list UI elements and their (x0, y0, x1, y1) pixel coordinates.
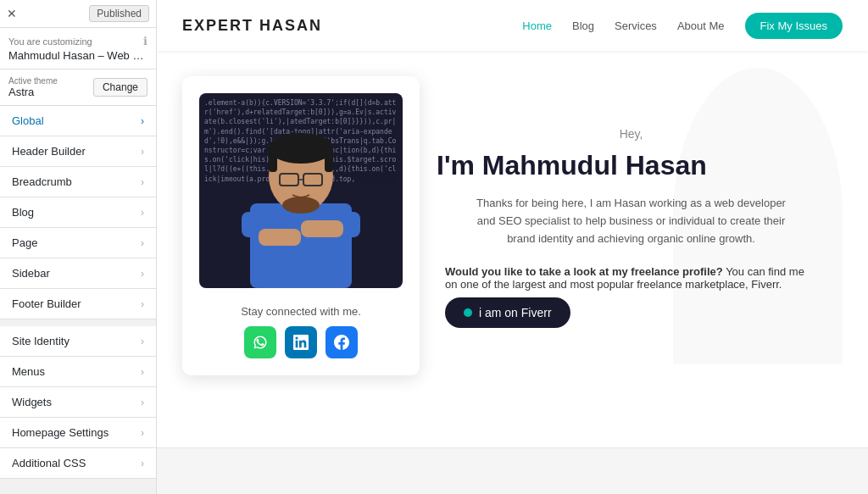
change-theme-button[interactable]: Change (93, 78, 147, 97)
nav-link-blog[interactable]: Blog (572, 19, 594, 32)
linkedin-icon[interactable] (285, 326, 317, 358)
menu-item-blog[interactable]: Blog › (0, 197, 156, 228)
nav-link-about[interactable]: About Me (677, 19, 725, 32)
hero-text: Hey, I'm Mahmudul Hasan Thanks for being… (437, 76, 826, 328)
menu-item-page[interactable]: Page › (0, 228, 156, 258)
menu-group-1: Global › Header Builder › Breadcrumb › B… (0, 106, 156, 319)
fiverr-button[interactable]: i am on Fiverr (445, 297, 570, 328)
chevron-right-icon: › (141, 397, 144, 408)
menu-item-homepage-settings[interactable]: Homepage Settings › (0, 418, 156, 448)
social-icons (244, 326, 358, 358)
menu-divider (0, 319, 156, 326)
svg-rect-4 (301, 220, 343, 237)
nav-link-home[interactable]: Home (522, 19, 552, 32)
menu-item-menus[interactable]: Menus › (0, 357, 156, 387)
chevron-right-icon: › (141, 176, 144, 188)
hero-section: .element-a(b)){c.VERSION='3.3.7';if(d[](… (157, 51, 868, 449)
svg-point-7 (269, 133, 333, 164)
menu-group-2: Site Identity › Menus › Widgets › Homepa… (0, 326, 156, 479)
menu-item-footer-builder[interactable]: Footer Builder › (0, 289, 156, 319)
hey-label: Hey, (437, 127, 826, 141)
site-logo: Expert Hasan (182, 17, 322, 35)
menu-item-additional-css[interactable]: Additional CSS › (0, 448, 156, 479)
close-icon[interactable]: ✕ (7, 7, 17, 20)
chevron-right-icon: › (141, 336, 144, 347)
theme-info: Active theme Astra (8, 76, 58, 98)
site-navigation: Expert Hasan Home Blog Services About Me… (157, 0, 868, 51)
bottom-section (157, 447, 868, 494)
code-background: .element-a(b)){c.VERSION='3.3.7';if(d[](… (199, 93, 403, 288)
website-preview: Expert Hasan Home Blog Services About Me… (157, 0, 868, 494)
menu-item-global[interactable]: Global › (0, 106, 156, 136)
chevron-right-icon: › (141, 146, 144, 158)
info-icon[interactable]: ℹ (143, 35, 147, 47)
hero-text-inner: Hey, I'm Mahmudul Hasan Thanks for being… (437, 127, 826, 328)
chevron-right-icon: › (141, 268, 144, 280)
chevron-right-icon: › (141, 458, 144, 469)
customizing-name: Mahmudul Hasan – Web devel… (8, 49, 147, 62)
person-illustration (233, 119, 369, 288)
nav-links: Home Blog Services About Me Fix My Issue… (522, 13, 843, 39)
facebook-icon[interactable] (326, 326, 358, 358)
theme-label: Active theme (8, 76, 58, 86)
svg-point-13 (282, 197, 320, 214)
customizer-panel: ✕ Published You are customizing ℹ Mahmud… (0, 0, 157, 494)
fiverr-dot (464, 308, 472, 317)
menu-item-breadcrumb[interactable]: Breadcrumb › (0, 167, 156, 197)
fiverr-section: Would you like to take a look at my free… (437, 265, 826, 328)
fix-issues-button[interactable]: Fix My Issues (745, 13, 843, 39)
svg-rect-8 (269, 148, 277, 172)
panel-top-bar: ✕ Published (0, 0, 156, 28)
hero-name: I'm Mahmudul Hasan (437, 149, 826, 181)
chevron-right-icon: › (141, 298, 144, 310)
nav-link-services[interactable]: Services (615, 19, 657, 32)
customizing-section: You are customizing ℹ Mahmudul Hasan – W… (0, 28, 156, 69)
profile-card: .element-a(b)){c.VERSION='3.3.7';if(d[](… (182, 76, 420, 375)
theme-name: Astra (8, 86, 58, 98)
published-badge: Published (89, 5, 149, 22)
fiverr-question: Would you like to take a look at my free… (445, 265, 817, 291)
chevron-right-icon: › (141, 427, 144, 439)
chevron-right-icon: › (141, 207, 144, 219)
chevron-right-icon: › (141, 237, 144, 249)
active-theme-section: Active theme Astra Change (0, 69, 156, 106)
svg-rect-9 (325, 148, 333, 172)
menu-item-header-builder[interactable]: Header Builder › (0, 136, 156, 167)
hero-description: Thanks for being here, I am Hasan workin… (470, 195, 793, 247)
chevron-right-icon: › (141, 366, 144, 378)
customizing-label: You are customizing ℹ (8, 35, 147, 47)
menu-item-widgets[interactable]: Widgets › (0, 387, 156, 418)
menu-item-sidebar[interactable]: Sidebar › (0, 258, 156, 289)
menu-item-site-identity[interactable]: Site Identity › (0, 326, 156, 357)
chevron-right-icon: › (141, 115, 144, 127)
whatsapp-icon[interactable] (244, 326, 276, 358)
card-label: Stay connected with me. (241, 305, 361, 318)
svg-rect-3 (259, 229, 301, 246)
